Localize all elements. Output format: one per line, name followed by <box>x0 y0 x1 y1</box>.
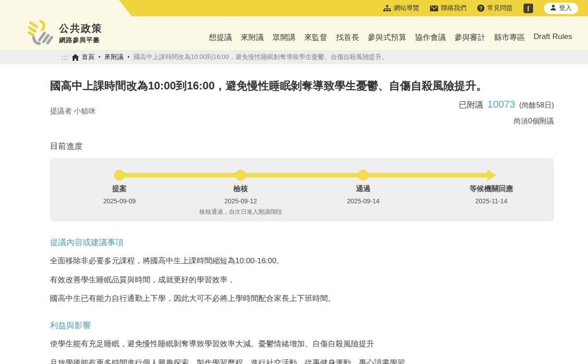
main-nav: 想提議 來附議 眾開講 來監督 找首長 參與式預算 協作會議 參與審計 縣市專區… <box>209 32 572 43</box>
accessibility-anchor: ::: <box>61 54 68 61</box>
timeline-step-passed: 通過 2025-09-14 <box>347 184 380 205</box>
step-label: 檢核 <box>224 184 257 194</box>
proposer-label: 提議者 <box>50 107 72 115</box>
section-benefits-impact: 利益與影響 使學生能有充足睡眠，避免慢性睡眠剝奪導致學習效率大減、憂鬱情緒增加、… <box>50 320 554 364</box>
sitemap-icon <box>383 5 391 12</box>
nav-item-collab[interactable]: 協作會議 <box>415 32 446 43</box>
nav-item-county[interactable]: 縣市專區 <box>494 32 525 43</box>
seconded-remaining: (尚餘58日) <box>519 101 554 109</box>
seconded-line: 已附議 10073 (尚餘58日) <box>459 98 554 110</box>
logo-hands-icon <box>27 19 54 47</box>
section-heading: 提議內容或建議事項 <box>50 237 554 248</box>
step-label: 等候機關回應 <box>469 184 513 194</box>
proposer-name: 小貓咪 <box>74 107 95 115</box>
user-icon <box>550 5 556 12</box>
timeline-step-awaiting-response: 等候機關回應 2025-11-14 <box>469 184 513 205</box>
breadcrumb-home-link[interactable]: 首頁 <box>82 53 94 61</box>
proposal-paragraph: 有效改善學生睡眠品質與時間，成就更好的學習效率， <box>50 275 554 286</box>
breadcrumb-current-page: 國高中上課時間改為10:00到16:00，避免慢性睡眠剝奪導致學生憂鬱、自傷自殺… <box>133 53 388 61</box>
login-button[interactable]: 登入 <box>544 3 578 14</box>
breadcrumb-separator: • <box>99 54 100 60</box>
home-icon[interactable] <box>72 54 79 61</box>
step-label: 通過 <box>347 184 380 194</box>
breadcrumb-separator: • <box>128 54 129 60</box>
timeline-line <box>119 173 488 177</box>
topbar-menu: 網站導覽 聯絡我們 ? 常見問題 f 登入 <box>383 0 578 16</box>
mail-icon <box>430 5 438 11</box>
step-date: 2025-09-14 <box>347 197 380 205</box>
proposer-line: 提議者 小貓咪 <box>50 107 95 116</box>
benefits-paragraph: 且放學後能有更多時間進行個人興趣探索、製作學習歷程、進行社交活動、從事健身運動、… <box>50 358 554 364</box>
contact-link[interactable]: 聯絡我們 <box>430 4 466 12</box>
breadcrumb: ::: 首頁 • 來附議 • 國高中上課時間改為10:00到16:00，避免慢性… <box>0 50 588 64</box>
proposal-paragraph: 國高中生已有能力自行通勤上下學，因此大可不必將上學時間配合家長上下班時間。 <box>50 293 554 305</box>
seconded-count: 10073 <box>487 98 515 110</box>
timeline-dot-passed <box>358 170 369 181</box>
nav-item-supervise[interactable]: 來監督 <box>304 32 327 43</box>
timeline-dot-proposed <box>114 170 125 181</box>
still-needed: 尚須0個附議 <box>459 117 554 126</box>
nav-item-budget[interactable]: 參與式預算 <box>368 32 406 43</box>
page-title: 國高中上課時間改為10:00到16:00，避免慢性睡眠剝奪導致學生憂鬱、自傷自殺… <box>50 77 545 94</box>
nav-item-mayor[interactable]: 找首長 <box>336 32 359 43</box>
nav-item-second[interactable]: 來附議 <box>241 32 264 43</box>
section-heading: 利益與影響 <box>50 320 554 331</box>
question-icon: ? <box>477 5 484 12</box>
review-passed-note: 檢核通過，自次日進入附議階段 <box>199 208 282 216</box>
site-logo[interactable]: 公共政策 網路參與平臺 <box>27 19 103 47</box>
top-utility-bar: 網站導覽 聯絡我們 ? 常見問題 f 登入 <box>0 0 588 16</box>
step-date: 2025-11-14 <box>469 197 513 205</box>
logo-text: 公共政策 網路參與平臺 <box>59 22 103 44</box>
login-label: 登入 <box>559 4 572 12</box>
progress-timeline: 提案 2025-09-09 檢核 2025-09-12 通過 2025-09-1… <box>50 158 554 221</box>
timeline-arrow-icon <box>487 169 496 181</box>
proposal-meta-row: 提議者 小貓咪 已附議 10073 (尚餘58日) 尚須0個附議 <box>50 98 554 126</box>
main-content: 國高中上課時間改為10:00到16:00，避免慢性睡眠剝奪導致學生憂鬱、自傷自殺… <box>0 64 588 364</box>
nav-item-audit[interactable]: 參與審計 <box>455 32 485 43</box>
nav-item-propose[interactable]: 想提議 <box>209 32 232 43</box>
step-date: 2025-09-09 <box>103 197 136 205</box>
section-proposal-content: 提議內容或建議事項 全面移除非必要多元課程，將國高中生上課時間縮短為10:00-… <box>50 237 554 305</box>
proposal-paragraph: 全面移除非必要多元課程，將國高中生上課時間縮短為10:00-16:00。 <box>50 256 554 267</box>
seconded-block: 已附議 10073 (尚餘58日) 尚須0個附議 <box>459 98 554 126</box>
faq-label: 常見問題 <box>487 4 513 12</box>
site-header: 公共政策 網路參與平臺 想提議 來附議 眾開講 來監督 找首長 參與式預算 協作… <box>0 16 588 50</box>
step-date: 2025-09-12 <box>224 197 257 205</box>
timeline-step-proposed: 提案 2025-09-09 <box>103 184 136 205</box>
step-label: 提案 <box>103 184 136 194</box>
logo-title: 公共政策 <box>59 22 103 35</box>
progress-heading: 目前進度 <box>50 141 554 152</box>
nav-item-talks[interactable]: 眾開講 <box>272 32 296 43</box>
contact-label: 聯絡我們 <box>441 4 466 12</box>
nav-item-draft-rules[interactable]: Draft Rules <box>534 32 572 43</box>
timeline-step-review: 檢核 2025-09-12 <box>224 184 257 205</box>
faq-link[interactable]: ? 常見問題 <box>477 4 513 12</box>
sitemap-label: 網站導覽 <box>394 4 419 12</box>
facebook-icon[interactable]: f <box>524 4 533 13</box>
benefits-paragraph: 使學生能有充足睡眠，避免慢性睡眠剝奪導致學習效率大減、憂鬱情緒增加、自傷自殺風險… <box>50 339 554 350</box>
seconded-label: 已附議 <box>459 100 483 109</box>
breadcrumb-section-link[interactable]: 來附議 <box>104 53 124 61</box>
timeline-dot-review <box>235 170 246 181</box>
sitemap-link[interactable]: 網站導覽 <box>383 4 419 12</box>
logo-subtitle: 網路參與平臺 <box>59 36 103 44</box>
